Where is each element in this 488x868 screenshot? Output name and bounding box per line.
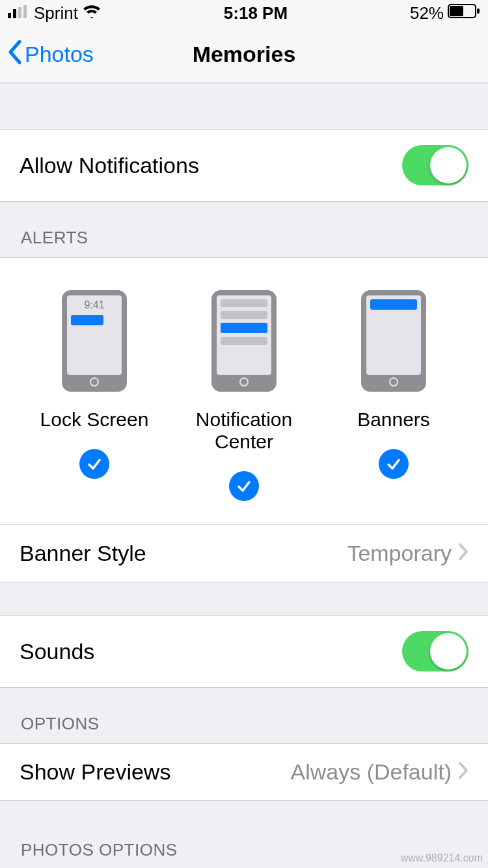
- show-previews-value: Always (Default): [290, 759, 452, 785]
- svg-rect-2: [18, 7, 21, 18]
- chevron-right-icon: [458, 759, 468, 785]
- sample-time: 9:41: [71, 299, 118, 311]
- allow-notifications-label: Allow Notifications: [20, 153, 199, 178]
- alert-banners-check[interactable]: [379, 449, 409, 479]
- alert-lock-screen[interactable]: 9:41 Lock Screen: [20, 290, 169, 501]
- alert-lock-screen-label: Lock Screen: [40, 409, 149, 431]
- alert-lock-screen-check[interactable]: [79, 449, 109, 479]
- sounds-row: Sounds: [0, 615, 488, 688]
- watermark: www.989214.com: [401, 852, 483, 864]
- options-header: OPTIONS: [0, 688, 488, 743]
- status-right: 52%: [410, 3, 480, 23]
- wifi-icon: [82, 4, 102, 22]
- status-time: 5:18 PM: [224, 3, 288, 23]
- svg-rect-5: [450, 6, 463, 16]
- sounds-label: Sounds: [20, 639, 94, 664]
- svg-rect-1: [13, 9, 16, 18]
- banners-preview-icon: [361, 290, 426, 392]
- allow-notifications-row: Allow Notifications: [0, 129, 488, 202]
- status-left: Sprint: [8, 3, 102, 23]
- alert-banners-label: Banners: [357, 409, 430, 431]
- check-icon: [236, 478, 252, 494]
- banner-style-value: Temporary: [347, 541, 452, 566]
- svg-rect-6: [477, 8, 480, 14]
- check-icon: [87, 456, 102, 472]
- alert-banners[interactable]: Banners: [319, 290, 468, 501]
- chevron-right-icon: [458, 541, 468, 566]
- allow-notifications-toggle[interactable]: [402, 145, 468, 185]
- alert-notification-center-check[interactable]: [229, 471, 259, 501]
- chevron-left-icon: [7, 39, 22, 70]
- check-icon: [386, 456, 401, 472]
- notification-center-preview-icon: [211, 290, 277, 392]
- lock-screen-preview-icon: 9:41: [62, 290, 127, 392]
- alerts-header: ALERTS: [0, 202, 488, 257]
- status-bar: Sprint 5:18 PM 52%: [0, 0, 488, 26]
- svg-rect-0: [8, 13, 11, 18]
- sounds-toggle[interactable]: [402, 631, 468, 671]
- show-previews-label: Show Previews: [20, 759, 170, 785]
- alerts-panel: 9:41 Lock Screen Notification Center: [0, 257, 488, 524]
- battery-icon: [448, 4, 480, 22]
- show-previews-row[interactable]: Show Previews Always (Default): [0, 743, 488, 801]
- alert-notification-center-label: Notification Center: [170, 409, 318, 453]
- back-label: Photos: [25, 42, 94, 67]
- banner-style-row[interactable]: Banner Style Temporary: [0, 524, 488, 582]
- back-button[interactable]: Photos: [0, 39, 94, 70]
- banner-style-label: Banner Style: [20, 541, 146, 566]
- battery-percent: 52%: [410, 3, 444, 23]
- carrier-label: Sprint: [34, 3, 78, 23]
- svg-rect-3: [23, 5, 27, 18]
- signal-icon: [8, 4, 29, 22]
- alert-notification-center[interactable]: Notification Center: [170, 290, 318, 501]
- nav-bar: Photos Memories: [0, 26, 488, 83]
